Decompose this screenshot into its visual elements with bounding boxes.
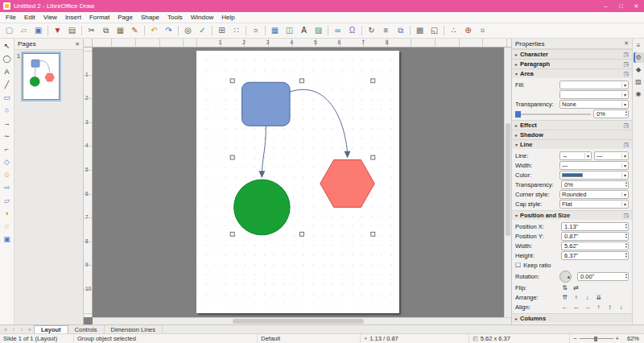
snap-guides-button[interactable]: ∷ [229, 24, 243, 37]
spinner-arrows-icon[interactable]: ▴▾ [625, 242, 627, 249]
print-button[interactable]: ▤ [65, 24, 79, 37]
helplines-while-moving-button[interactable]: ⌗ [476, 24, 489, 37]
flip-horizontally-button[interactable]: ⇄ [571, 283, 581, 292]
menu-help[interactable]: Help [217, 12, 238, 23]
possize-dialog-launcher-icon[interactable]: ◳ [623, 213, 629, 219]
selection-handle[interactable] [371, 79, 375, 83]
save-button[interactable]: ▣ [31, 24, 45, 37]
copy-button[interactable]: ⧉ [99, 24, 113, 37]
rotation-dial[interactable] [559, 271, 572, 283]
align-left-button[interactable]: ← [559, 302, 570, 312]
last-page-button[interactable]: » [26, 327, 34, 333]
spelling-button[interactable]: ✓ [196, 24, 209, 37]
insert-text-box-button[interactable]: A [297, 24, 311, 37]
spinner-arrows-icon[interactable]: ▴▾ [625, 273, 627, 279]
symbol-shapes-button[interactable]: ☺ [1, 169, 14, 181]
flip-vertically-button[interactable]: ⇅ [559, 283, 570, 292]
connector-square-to-hexagon[interactable] [290, 89, 347, 151]
gallery-deck-button[interactable]: ▨ [634, 76, 644, 87]
menu-view[interactable]: View [39, 12, 61, 23]
maximize-button[interactable]: □ [613, 0, 629, 12]
menu-file[interactable]: File [2, 12, 20, 23]
section-effect[interactable]: ▸ Effect ◳ [512, 120, 632, 130]
send-backward-button[interactable]: ↓ [582, 292, 592, 302]
horizontal-ruler[interactable]: 12345678 [93, 39, 511, 48]
undo-button[interactable]: ↶ [147, 24, 161, 37]
effect-dialog-launcher-icon[interactable]: ◳ [623, 122, 629, 129]
sidebar-settings-button[interactable]: ≡ [634, 40, 644, 51]
stars-and-banners-button[interactable]: ☆ [1, 221, 14, 233]
zoom-slider[interactable] [580, 336, 613, 342]
connectors-button[interactable]: ⌐ [1, 143, 14, 155]
bring-forward-button[interactable]: ↑ [571, 292, 581, 302]
insert-hyperlink-button[interactable]: ∞ [331, 24, 345, 37]
menu-insert[interactable]: Insert [61, 12, 85, 23]
red-hexagon[interactable] [320, 160, 374, 208]
page-style[interactable]: Default [258, 334, 361, 343]
align-objects-button[interactable]: ≡ [379, 24, 393, 37]
vertical-scrollbar[interactable] [504, 48, 511, 317]
drawing-page[interactable] [196, 51, 399, 313]
select-button[interactable]: ↖ [1, 40, 14, 52]
first-page-button[interactable]: « [2, 327, 10, 333]
transparency-slider-thumb[interactable] [515, 111, 521, 118]
transparency-type-dropdown[interactable]: None ▾ [559, 100, 629, 109]
section-shadow[interactable]: ▸ Shadow [512, 130, 632, 139]
navigator-deck-button[interactable]: ◉ [634, 89, 644, 99]
close-button[interactable]: ✕ [629, 0, 644, 12]
shadow-button[interactable]: ▩ [413, 24, 427, 37]
paragraph-dialog-launcher-icon[interactable]: ◳ [623, 61, 629, 68]
insert-image-button[interactable]: ▨ [312, 24, 325, 37]
position-y-field[interactable]: 0.87" ▴▾ [561, 232, 629, 241]
character-dialog-launcher-icon[interactable]: ◳ [623, 52, 629, 58]
transparency-slider[interactable] [515, 110, 591, 118]
insert-text-box-button[interactable]: A [1, 66, 14, 78]
curves-and-polygons-button[interactable]: ∼ [1, 130, 14, 143]
horizontal-scrollbar[interactable] [93, 317, 504, 324]
rotation-field[interactable]: 0.00° ▴▾ [577, 272, 629, 281]
paste-button[interactable]: ▦ [114, 24, 127, 37]
width-field[interactable]: 5.62" ▴▾ [561, 242, 629, 250]
section-character[interactable]: ▸ Character ◳ [512, 49, 632, 59]
fill-style-dropdown[interactable]: ▾ [559, 81, 629, 89]
insert-line-button[interactable]: ╱ [1, 79, 14, 91]
points-button[interactable]: ∴ [447, 24, 460, 37]
green-circle[interactable] [234, 180, 290, 235]
area-dialog-launcher-icon[interactable]: ◳ [623, 71, 629, 77]
selection-handle[interactable] [230, 232, 234, 236]
align-bottom-button[interactable]: ↓ [616, 302, 626, 312]
connector-square-to-circle[interactable] [262, 126, 266, 177]
arrow-style-dropdown[interactable]: → ▾ [559, 151, 592, 160]
section-paragraph[interactable]: ▸ Paragraph ◳ [512, 59, 632, 68]
lines-and-arrows-button[interactable]: → [1, 118, 14, 130]
spinner-arrows-icon[interactable]: ▴▾ [625, 181, 627, 188]
keep-ratio-checkbox[interactable]: ☐ [515, 262, 521, 269]
object-size-segment[interactable]: ◰ 5.62 x 6.37 [469, 334, 570, 343]
selection-handle[interactable] [299, 79, 303, 83]
redo-button[interactable]: ↷ [162, 24, 175, 37]
fill-color-dropdown[interactable]: ▾ [559, 90, 629, 99]
vertical-scrollbar-thumb[interactable] [506, 123, 510, 237]
next-page-button[interactable]: › [18, 327, 26, 333]
cursor-position-segment[interactable]: + 1.13 / 0.87 [361, 334, 469, 343]
zoom-out-button[interactable]: − [573, 335, 576, 342]
bring-to-front-button[interactable]: ⇈ [559, 292, 570, 302]
clone-formatting-button[interactable]: ✎ [128, 24, 142, 37]
open-button[interactable]: ▱ [17, 24, 31, 37]
section-line[interactable]: ▾ Line ◳ [512, 139, 632, 149]
zoom-in-button[interactable]: + [616, 335, 619, 342]
corner-style-dropdown[interactable]: Rounded ▾ [559, 190, 629, 199]
line-width-dropdown[interactable]: — ▾ [559, 161, 629, 170]
menu-format[interactable]: Format [85, 12, 114, 23]
glue-points-button[interactable]: ⊕ [461, 24, 475, 37]
menu-window[interactable]: Window [187, 12, 217, 23]
insert-table-button[interactable]: ▦ [268, 24, 282, 37]
spinner-arrows-icon[interactable]: ▴▾ [625, 233, 627, 239]
new-button[interactable]: ▢ [2, 24, 16, 37]
zoom-pan-button[interactable]: ◯ [1, 53, 14, 65]
zoom-button[interactable]: ○ [249, 24, 262, 37]
spinner-arrows-icon[interactable]: ▴▾ [625, 223, 627, 229]
flowchart-button[interactable]: ▱ [1, 195, 14, 207]
align-center-button[interactable]: ↔ [571, 302, 581, 312]
block-arrows-button[interactable]: ⇨ [1, 182, 14, 194]
